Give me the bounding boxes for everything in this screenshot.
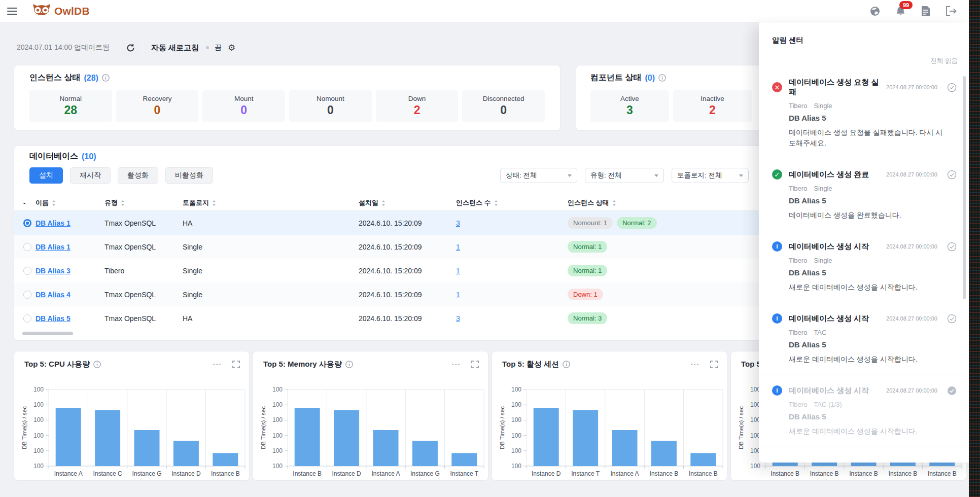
svg-text:DB Time(s) / sec: DB Time(s) / sec bbox=[21, 406, 27, 449]
table-row[interactable]: DB Alias 5 Tmax OpenSQL HA 2024.6.10. 15… bbox=[14, 306, 760, 330]
severity-icon: i bbox=[772, 241, 782, 252]
notification-item[interactable]: ✕ 데이터베이스 생성 요청 실패 2024.08.27 00:00:00 Ti… bbox=[759, 67, 969, 159]
row-radio-button[interactable] bbox=[23, 219, 31, 227]
chart-expand-icon[interactable] bbox=[232, 361, 240, 368]
db-alias: DB Alias 5 bbox=[789, 268, 957, 277]
hamburger-menu-icon[interactable] bbox=[7, 8, 17, 15]
chart-title: Top 5: CPU 사용량 bbox=[24, 360, 90, 369]
table-row[interactable]: DB Alias 3 Tibero Single 2024.6.10. 15:2… bbox=[14, 259, 760, 282]
row-radio-button[interactable] bbox=[23, 243, 31, 251]
table-column-header[interactable]: 설치일 bbox=[359, 198, 456, 207]
status-tile: Down 2 bbox=[376, 90, 459, 122]
status-tile: Active 3 bbox=[590, 90, 669, 122]
language-globe-icon[interactable] bbox=[869, 6, 881, 17]
action-button[interactable]: 재시작 bbox=[70, 167, 111, 184]
horizontal-scrollbar-thumb[interactable] bbox=[22, 332, 73, 335]
filter-dropdown[interactable]: 유형: 전체 bbox=[585, 168, 664, 183]
svg-text:Instance D: Instance D bbox=[532, 470, 561, 477]
table-column-header[interactable]: 토폴로지 bbox=[183, 198, 359, 207]
mark-read-check-icon[interactable] bbox=[947, 314, 957, 324]
status-tile-value: 2 bbox=[376, 103, 459, 117]
refresh-settings-gear-icon[interactable]: ⚙ bbox=[228, 44, 235, 52]
chart-expand-icon[interactable] bbox=[710, 361, 718, 368]
instance-count-link[interactable]: 1 bbox=[456, 291, 460, 299]
table-row[interactable]: DB Alias 4 Tmax OpenSQL Single 2024.6.10… bbox=[14, 282, 760, 306]
chart-menu-icon[interactable]: ⋯ bbox=[451, 362, 461, 367]
filter-dropdown[interactable]: 토폴로지: 전체 bbox=[672, 168, 749, 183]
mark-all-read-button[interactable]: 전체 읽음 bbox=[931, 57, 958, 65]
table-row[interactable]: DB Alias 1 Tmax OpenSQL HA 2024.6.10. 15… bbox=[14, 211, 760, 235]
chart-expand-icon[interactable] bbox=[471, 361, 479, 368]
info-icon[interactable] bbox=[345, 361, 353, 368]
table-column-header[interactable]: 인스턴스 상태 bbox=[568, 198, 760, 207]
status-tile-label: Disconnected bbox=[462, 95, 545, 102]
row-radio-button[interactable] bbox=[23, 314, 31, 323]
status-tile-value: 0 bbox=[202, 103, 285, 117]
app-logo[interactable]: OwlDB bbox=[32, 4, 90, 19]
notification-item[interactable]: i 데이터베이스 생성 시작 2024.08.27 00:00:00 Tiber… bbox=[759, 303, 969, 375]
db-alias-link[interactable]: DB Alias 1 bbox=[36, 219, 71, 227]
notification-count-badge: 99 bbox=[899, 1, 913, 9]
db-alias-link[interactable]: DB Alias 1 bbox=[36, 243, 71, 251]
chart-title: Top 5: 활성 세션 bbox=[502, 360, 559, 369]
instance-count-link[interactable]: 3 bbox=[456, 219, 460, 227]
refresh-button[interactable] bbox=[121, 40, 140, 56]
db-alias-link[interactable]: DB Alias 4 bbox=[36, 291, 71, 299]
chart-title: Top 5: Memory 사용량 bbox=[263, 360, 342, 369]
db-alias-link[interactable]: DB Alias 3 bbox=[36, 267, 71, 275]
mark-read-check-icon[interactable] bbox=[947, 170, 957, 180]
info-icon[interactable] bbox=[102, 74, 110, 82]
table-column-header[interactable]: 인스턴스 수 bbox=[456, 198, 568, 207]
notification-timestamp: 2024.08.27 00:00:00 bbox=[886, 387, 937, 394]
svg-text:Instance G: Instance G bbox=[132, 470, 161, 477]
mark-read-check-icon[interactable] bbox=[947, 83, 957, 92]
logout-icon[interactable] bbox=[946, 6, 957, 17]
svg-text:100: 100 bbox=[511, 463, 521, 470]
info-icon[interactable] bbox=[563, 361, 570, 368]
db-topology: Single bbox=[814, 257, 832, 264]
status-tile: Disconnected 0 bbox=[462, 90, 545, 122]
table-row[interactable]: DB Alias 1 Tmax OpenSQL Single 2024.6.10… bbox=[14, 235, 760, 259]
notification-item[interactable]: ✓ 데이터베이스 생성 완료 2024.08.27 00:00:00 Tiber… bbox=[759, 159, 969, 231]
db-engine: Tibero bbox=[789, 329, 807, 336]
database-title: 데이터베이스 bbox=[29, 151, 78, 162]
svg-text:100: 100 bbox=[33, 463, 44, 470]
action-button[interactable]: 설치 bbox=[29, 167, 63, 184]
db-alias-link[interactable]: DB Alias 5 bbox=[36, 314, 71, 323]
chart-menu-icon[interactable]: ⋯ bbox=[213, 362, 222, 367]
chart-menu-icon[interactable]: ⋯ bbox=[690, 362, 699, 367]
db-topology: Single bbox=[814, 102, 832, 110]
action-button[interactable]: 활성화 bbox=[118, 167, 158, 184]
instance-status-badge: Normal: 3 bbox=[568, 312, 607, 324]
svg-text:100: 100 bbox=[511, 447, 521, 454]
row-radio-button[interactable] bbox=[23, 291, 31, 299]
instance-count-link[interactable]: 1 bbox=[456, 243, 460, 251]
component-status-count: (0) bbox=[645, 74, 655, 83]
info-icon[interactable] bbox=[93, 361, 101, 368]
svg-text:Instance G: Instance G bbox=[410, 470, 440, 477]
svg-text:100: 100 bbox=[272, 432, 283, 439]
status-tile-value: 0 bbox=[289, 103, 372, 117]
svg-text:Instance A: Instance A bbox=[610, 470, 639, 477]
instance-count-link[interactable]: 3 bbox=[456, 314, 460, 323]
table-column-header[interactable]: 이름 bbox=[36, 198, 104, 207]
svg-text:100: 100 bbox=[272, 447, 283, 454]
notification-item[interactable]: i 데이터베이스 생성 시작 2024.08.27 00:00:00 Tiber… bbox=[759, 375, 969, 447]
bar-chart: DB Time(s) / sec100100100100100100Instan… bbox=[253, 351, 489, 481]
row-radio-button[interactable] bbox=[23, 267, 31, 275]
notification-title: 데이터베이스 생성 요청 실패 bbox=[789, 78, 880, 97]
filter-dropdown[interactable]: 상태: 전체 bbox=[500, 168, 577, 183]
notification-item[interactable]: i 데이터베이스 생성 시작 2024.08.27 00:00:00 Tiber… bbox=[759, 231, 969, 303]
instance-count-link[interactable]: 1 bbox=[456, 267, 460, 275]
notifications-bell-icon[interactable]: 99 bbox=[895, 6, 906, 17]
mark-read-check-icon[interactable] bbox=[947, 386, 957, 396]
panel-scrollbar-thumb[interactable] bbox=[963, 76, 966, 299]
notification-message: 새로운 데이터베이스 생성을 시작합니다. bbox=[789, 354, 947, 365]
mark-read-check-icon[interactable] bbox=[947, 242, 957, 252]
document-log-icon[interactable] bbox=[920, 6, 931, 17]
info-icon[interactable] bbox=[658, 74, 666, 82]
status-tile: Normal 28 bbox=[29, 90, 112, 122]
table-column-header[interactable]: 유형 bbox=[104, 198, 183, 207]
action-button[interactable]: 비활성화 bbox=[165, 167, 213, 184]
sort-icon bbox=[494, 200, 498, 206]
